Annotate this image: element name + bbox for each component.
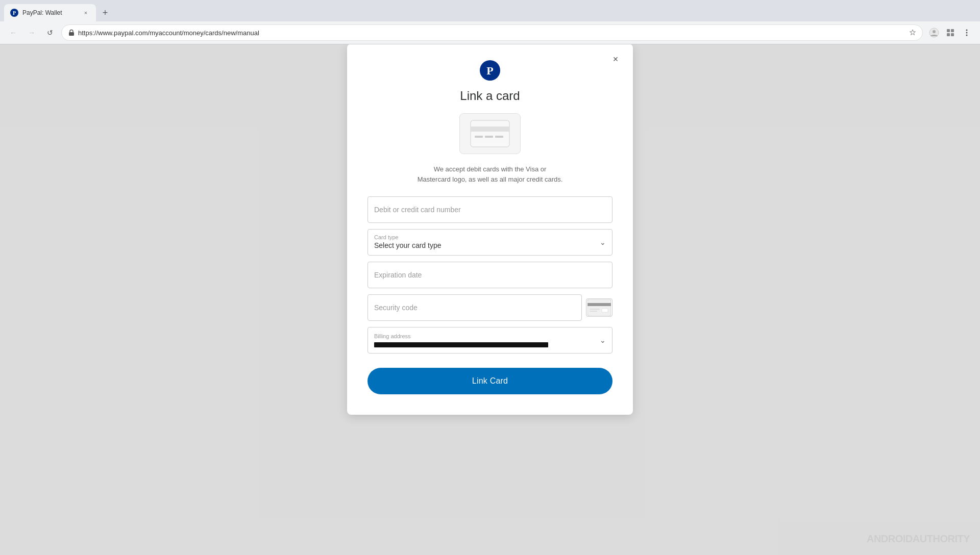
link-card-modal: × P Link a card (347, 44, 633, 415)
svg-rect-5 (947, 29, 950, 32)
svg-rect-18 (495, 136, 503, 138)
card-type-chevron-icon: ⌄ (600, 238, 606, 246)
card-type-value: Select your card type (374, 241, 592, 251)
svg-rect-22 (590, 309, 600, 310)
profile-icon (929, 28, 939, 38)
tab-favicon: P (10, 9, 18, 17)
svg-text:P: P (486, 64, 493, 77)
svg-rect-8 (951, 33, 954, 36)
expiration-date-input[interactable] (374, 268, 606, 282)
forward-icon: → (28, 29, 35, 37)
svg-point-11 (966, 35, 968, 36)
svg-rect-7 (947, 33, 950, 36)
hamburger-icon (962, 28, 971, 37)
security-code-field: Security code (368, 294, 612, 321)
watermark-authority-text: AUTHORITY (913, 533, 970, 545)
watermark-android-text: ANDROID (867, 533, 913, 545)
address-bar-row: ← → ↺ https://www.paypal.com/myaccount/m… (0, 21, 980, 44)
menu-button[interactable] (960, 26, 974, 40)
url-text: https://www.paypal.com/myaccount/money/c… (78, 29, 906, 37)
browser-tab-active[interactable]: P PayPal: Wallet × (4, 4, 96, 21)
expiration-date-field: Expiration date (368, 262, 612, 288)
modal-title: Link a card (368, 89, 612, 103)
paypal-logo-container: P (368, 60, 612, 83)
card-svg-icon (470, 119, 510, 148)
svg-rect-21 (602, 309, 608, 312)
svg-rect-2 (69, 32, 74, 36)
svg-point-9 (966, 30, 968, 31)
link-card-button[interactable]: Link Card (368, 368, 612, 394)
billing-address-label: Billing address (374, 333, 592, 340)
security-code-row: Security code (368, 294, 612, 321)
svg-rect-14 (471, 120, 509, 147)
card-number-input-wrapper[interactable]: Debit or credit card number (368, 196, 612, 223)
refresh-icon: ↺ (47, 29, 53, 37)
svg-rect-20 (587, 303, 611, 306)
svg-point-4 (933, 30, 936, 33)
back-icon: ← (10, 29, 17, 37)
browser-actions (927, 26, 974, 40)
accept-text: We accept debit cards with the Visa or M… (368, 164, 612, 184)
billing-address-value-bar (374, 342, 548, 347)
billing-address-select[interactable]: Billing address ⌄ (368, 327, 612, 354)
puzzle-icon (946, 28, 955, 37)
billing-address-field: Billing address ⌄ (368, 327, 612, 354)
security-code-input-wrapper[interactable]: Security code (368, 294, 582, 321)
svg-rect-17 (485, 136, 493, 138)
svg-rect-16 (475, 136, 483, 138)
card-number-field: Debit or credit card number (368, 196, 612, 223)
modal-overlay: × P Link a card (0, 44, 980, 555)
profile-button[interactable] (927, 26, 941, 40)
browser-chrome: P PayPal: Wallet × + ← → ↺ https://www.p… (0, 0, 980, 44)
svg-rect-15 (471, 127, 509, 132)
paypal-logo: P (480, 60, 500, 81)
card-number-input[interactable] (374, 203, 606, 216)
cvv-illustration (586, 298, 612, 317)
address-bar[interactable]: https://www.paypal.com/myaccount/money/c… (61, 24, 923, 41)
svg-text:P: P (13, 10, 16, 16)
tab-title: PayPal: Wallet (22, 9, 78, 16)
modal-close-button[interactable]: × (608, 52, 623, 66)
expiration-date-input-wrapper[interactable]: Expiration date (368, 262, 612, 288)
svg-rect-19 (587, 299, 611, 316)
tab-close-button[interactable]: × (82, 9, 90, 17)
watermark: ANDROID AUTHORITY (867, 533, 970, 545)
lock-icon (68, 29, 75, 36)
extensions-button[interactable] (943, 26, 958, 40)
back-button[interactable]: ← (6, 26, 20, 40)
card-type-select[interactable]: Card type Select your card type ⌄ (368, 229, 612, 256)
security-code-input[interactable] (374, 301, 575, 314)
new-tab-button[interactable]: + (98, 6, 112, 20)
card-illustration (459, 113, 521, 154)
refresh-button[interactable]: ↺ (43, 26, 57, 40)
card-type-label: Card type (374, 234, 592, 241)
star-icon[interactable] (909, 29, 916, 36)
billing-address-chevron-icon: ⌄ (600, 336, 606, 344)
svg-rect-6 (951, 29, 954, 32)
page-content: × P Link a card (0, 44, 980, 555)
svg-rect-23 (590, 311, 597, 312)
forward-button[interactable]: → (24, 26, 39, 40)
card-type-field: Card type Select your card type ⌄ (368, 229, 612, 256)
tab-bar: P PayPal: Wallet × + (0, 0, 980, 21)
cvv-card-icon (587, 299, 611, 316)
svg-point-10 (966, 32, 968, 34)
